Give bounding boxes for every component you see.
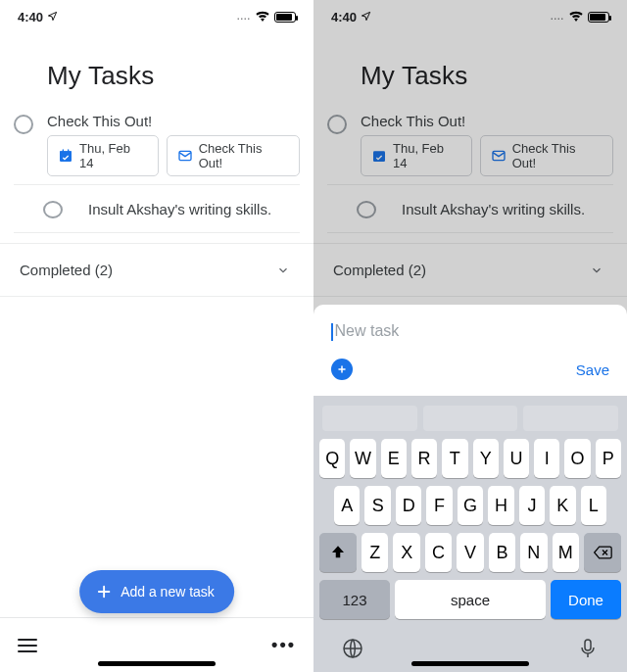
key-x[interactable]: X <box>393 533 419 572</box>
svg-rect-2 <box>63 149 64 152</box>
new-task-input[interactable] <box>335 322 590 340</box>
key-m[interactable]: M <box>553 533 579 572</box>
key-y[interactable]: Y <box>473 439 499 478</box>
text-caret <box>331 323 333 341</box>
keyboard-suggestions <box>316 402 624 435</box>
task-item[interactable]: Check This Out! Thu, Feb 14 <box>14 101 300 185</box>
status-time: 4:40 <box>18 10 43 24</box>
key-r[interactable]: R <box>411 439 437 478</box>
space-key[interactable]: space <box>395 580 546 619</box>
more-icon[interactable]: ••• <box>271 635 296 655</box>
key-e[interactable]: E <box>381 439 407 478</box>
calendar-icon <box>58 148 73 164</box>
cell-signal-icon: .... <box>237 12 251 22</box>
key-c[interactable]: C <box>425 533 452 572</box>
fab-label: Add a new task <box>121 584 215 600</box>
chevron-down-icon <box>276 264 290 277</box>
save-button[interactable]: Save <box>576 361 609 378</box>
completed-label: Completed (2) <box>20 262 113 278</box>
key-n[interactable]: N <box>520 533 547 572</box>
completed-section[interactable]: Completed (2) <box>0 243 314 297</box>
key-i[interactable]: I <box>534 439 559 478</box>
wifi-icon <box>255 10 270 24</box>
key-l[interactable]: L <box>581 486 606 525</box>
key-w[interactable]: W <box>350 439 375 478</box>
new-task-sheet: Save QWERTYUIOP ASDFGHJKL ZXCVBNM <box>314 305 627 672</box>
subtask-checkbox[interactable] <box>43 201 63 218</box>
mail-icon <box>177 148 193 164</box>
key-f[interactable]: F <box>426 486 452 525</box>
task-title: Check This Out! <box>47 113 300 129</box>
key-v[interactable]: V <box>457 533 483 572</box>
key-g[interactable]: G <box>458 486 483 525</box>
svg-rect-1 <box>60 151 72 154</box>
page-title: My Tasks <box>0 27 314 101</box>
key-q[interactable]: Q <box>319 439 345 478</box>
key-j[interactable]: J <box>519 486 545 525</box>
key-s[interactable]: S <box>364 486 390 525</box>
subtask-item[interactable]: Insult Akshay's writing skills. <box>14 185 300 233</box>
mic-icon[interactable] <box>576 637 600 660</box>
add-details-button[interactable] <box>331 359 353 380</box>
keyboard: QWERTYUIOP ASDFGHJKL ZXCVBNM 123 space D… <box>314 396 627 625</box>
add-task-fab[interactable]: Add a new task <box>79 570 234 613</box>
backspace-key[interactable] <box>584 533 621 572</box>
svg-rect-8 <box>585 640 591 650</box>
key-p[interactable]: P <box>596 439 621 478</box>
key-k[interactable]: K <box>550 486 575 525</box>
numbers-key[interactable]: 123 <box>319 580 390 619</box>
status-bar: 4:40 .... <box>0 6 314 27</box>
home-indicator[interactable] <box>98 661 216 666</box>
shift-key[interactable] <box>319 533 357 572</box>
done-key[interactable]: Done <box>551 580 621 619</box>
key-o[interactable]: O <box>564 439 590 478</box>
date-chip-label: Thu, Feb 14 <box>79 141 148 170</box>
mail-chip[interactable]: Check This Out! <box>167 135 300 176</box>
key-z[interactable]: Z <box>362 533 388 572</box>
key-b[interactable]: B <box>489 533 515 572</box>
home-indicator[interactable] <box>411 661 529 666</box>
mail-chip-label: Check This Out! <box>199 141 289 170</box>
subtask-title: Insult Akshay's writing skills. <box>88 201 271 217</box>
location-icon <box>47 10 58 24</box>
key-a[interactable]: A <box>334 486 360 525</box>
key-h[interactable]: H <box>488 486 513 525</box>
plus-icon <box>95 583 113 600</box>
key-d[interactable]: D <box>396 486 421 525</box>
svg-rect-3 <box>68 149 69 152</box>
date-chip[interactable]: Thu, Feb 14 <box>47 135 159 176</box>
task-checkbox[interactable] <box>14 115 33 134</box>
battery-icon <box>274 12 296 23</box>
key-t[interactable]: T <box>442 439 467 478</box>
menu-icon[interactable] <box>18 639 37 652</box>
globe-icon[interactable] <box>341 637 364 660</box>
key-u[interactable]: U <box>504 439 529 478</box>
